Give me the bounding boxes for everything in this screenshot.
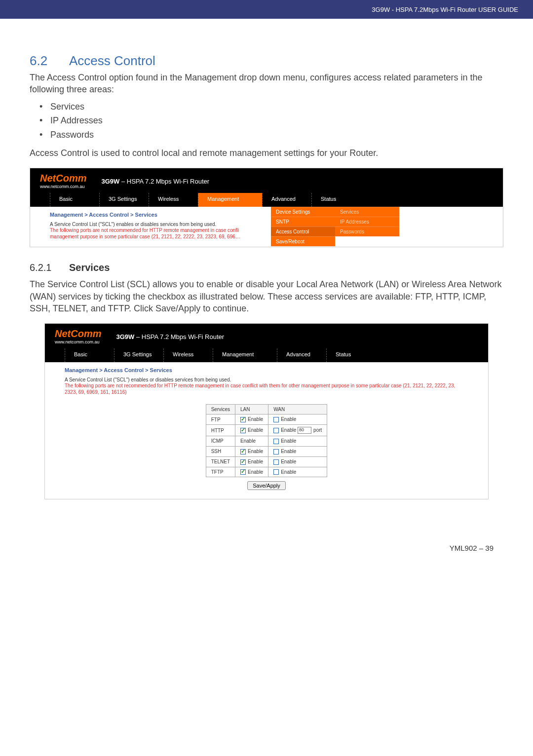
lan-checkbox[interactable] <box>240 459 246 465</box>
lan-label: Enable <box>248 416 263 422</box>
section-intro2: Access Control is used to control local … <box>30 147 503 159</box>
nav-management[interactable]: Management <box>198 193 262 207</box>
router-title: 3G9W – HSPA 7.2 Mbps Wi-Fi Router <box>116 333 224 340</box>
lan-cell: Enable <box>235 456 268 467</box>
router-title: 3G9W – HSPA 7.2 Mbps Wi-Fi Router <box>101 178 209 185</box>
bullet-list: Services IP Addresses Passwords <box>30 100 503 142</box>
service-name: SSH <box>206 446 235 456</box>
lan-cell: Enable <box>235 425 268 436</box>
table-row: SSHEnableEnable <box>206 446 327 456</box>
col-wan: WAN <box>268 405 327 415</box>
lan-checkbox[interactable] <box>240 417 246 422</box>
section-number: 6.2 <box>30 53 69 69</box>
logo-subtext: www.netcomm.com.au <box>55 340 101 344</box>
scl-warning: The following ports are not recommended … <box>65 382 468 395</box>
nav-3g-settings[interactable]: 3G Settings <box>99 193 149 207</box>
lan-cell: Enable <box>235 436 268 447</box>
bullet-item: IP Addresses <box>39 113 503 128</box>
lan-checkbox[interactable] <box>240 469 246 475</box>
lan-label: Enable <box>248 449 263 454</box>
wan-checkbox[interactable] <box>273 449 279 454</box>
dd-access-control[interactable]: Access Control <box>271 227 335 236</box>
wan-cell: Enable <box>268 436 327 447</box>
lan-checkbox[interactable] <box>240 449 246 454</box>
scl-description: A Service Control List ("SCL") enables o… <box>65 377 468 382</box>
section-heading: 6.2Access Control <box>30 53 503 69</box>
wan-label: Enable <box>281 427 296 433</box>
col-lan: LAN <box>235 405 268 415</box>
logo-subtext: www.netcomm.com.au <box>40 184 86 189</box>
router-ui-dropdown: NetComm www.netcomm.com.au 3G9W – HSPA 7… <box>30 168 503 247</box>
wan-label: Enable <box>281 438 296 444</box>
nav-3g-settings[interactable]: 3G Settings <box>114 348 163 362</box>
netcomm-logo: NetComm <box>40 173 86 183</box>
nav-wireless[interactable]: Wireless <box>149 193 198 207</box>
wan-port-label: port <box>313 427 322 433</box>
scl-warning: The following ports are not recommended … <box>50 227 483 233</box>
nav-wireless[interactable]: Wireless <box>163 348 213 362</box>
wan-label: Enable <box>281 449 296 454</box>
nav-management[interactable]: Management <box>213 348 277 362</box>
table-row: HTTPEnableEnable 80port <box>206 425 327 436</box>
dd-sntp[interactable]: SNTP <box>271 217 335 227</box>
service-name: HTTP <box>206 425 235 436</box>
subsection-heading: 6.2.1Services <box>30 262 503 273</box>
nav-basic[interactable]: Basic <box>65 348 114 362</box>
wan-checkbox[interactable] <box>273 428 279 433</box>
router-nav: Basic 3G Settings Wireless Management Ad… <box>45 348 488 362</box>
lan-label: Enable <box>248 427 263 433</box>
lan-cell: Enable <box>235 446 268 456</box>
router-ui-services: NetComm www.netcomm.com.au 3G9W – HSPA 7… <box>44 323 489 499</box>
table-row: ICMPEnableEnable <box>206 436 327 447</box>
guide-title: 3G9W - HSPA 7.2Mbps Wi-Fi Router USER GU… <box>372 6 518 13</box>
table-row: TFTPEnableEnable <box>206 467 327 477</box>
lan-checkbox[interactable] <box>240 428 246 433</box>
wan-cell: Enable <box>268 456 327 467</box>
service-name: TELNET <box>206 456 235 467</box>
nav-basic[interactable]: Basic <box>50 193 99 207</box>
breadcrumb: Management > Access Control > Services <box>65 367 468 373</box>
dd-services[interactable]: Services <box>335 207 399 217</box>
page-footer: YML902 – 39 <box>0 514 533 567</box>
nav-advanced[interactable]: Advanced <box>277 348 326 362</box>
subsection-number: 6.2.1 <box>30 262 69 273</box>
wan-cell: Enable <box>268 467 327 477</box>
wan-checkbox[interactable] <box>273 459 279 465</box>
dd-passwords[interactable]: Passwords <box>335 227 399 236</box>
bullet-item: Services <box>39 100 503 114</box>
section-title-text: Access Control <box>69 53 155 68</box>
wan-label: Enable <box>281 469 296 475</box>
service-name: TFTP <box>206 467 235 477</box>
page-number: YML902 – 39 <box>450 544 494 552</box>
lan-cell: Enable <box>235 415 268 425</box>
wan-checkbox[interactable] <box>273 417 279 422</box>
access-control-submenu: Services IP Addresses Passwords <box>335 207 399 236</box>
lan-cell: Enable <box>235 467 268 477</box>
netcomm-logo: NetComm <box>55 329 101 339</box>
nav-status[interactable]: Status <box>311 193 361 207</box>
table-row: FTPEnableEnable <box>206 415 327 425</box>
wan-checkbox[interactable] <box>273 469 279 475</box>
lan-label: Enable <box>248 459 263 464</box>
wan-checkbox[interactable] <box>273 439 279 444</box>
breadcrumb: Management > Access Control > Services <box>50 212 483 218</box>
save-apply-button[interactable]: Save/Apply <box>247 481 286 490</box>
nav-status[interactable]: Status <box>326 348 376 362</box>
services-table: Services LAN WAN FTPEnableEnableHTTPEnab… <box>206 404 328 477</box>
dd-save-reboot[interactable]: Save/Reboot <box>271 236 335 246</box>
service-name: ICMP <box>206 436 235 447</box>
subsection-para: The Service Control List (SCL) allows yo… <box>30 278 503 314</box>
dd-device-settings[interactable]: Device Settings <box>271 207 335 217</box>
nav-advanced[interactable]: Advanced <box>262 193 311 207</box>
router-header: NetComm www.netcomm.com.au 3G9W – HSPA 7… <box>45 324 488 348</box>
wan-port-input[interactable]: 80 <box>298 427 311 434</box>
subsection-title-text: Services <box>69 262 110 273</box>
guide-header: 3G9W - HSPA 7.2Mbps Wi-Fi Router USER GU… <box>0 0 533 19</box>
col-services: Services <box>206 405 235 415</box>
scl-warning-line2: management purpose in some particular ca… <box>50 233 483 240</box>
management-dropdown: Device Settings SNTP Access Control Save… <box>271 207 335 246</box>
table-row: TELNETEnableEnable <box>206 456 327 467</box>
wan-cell: Enable <box>268 446 327 456</box>
dd-ip-addresses[interactable]: IP Addresses <box>335 217 399 227</box>
wan-cell: Enable <box>268 415 327 425</box>
